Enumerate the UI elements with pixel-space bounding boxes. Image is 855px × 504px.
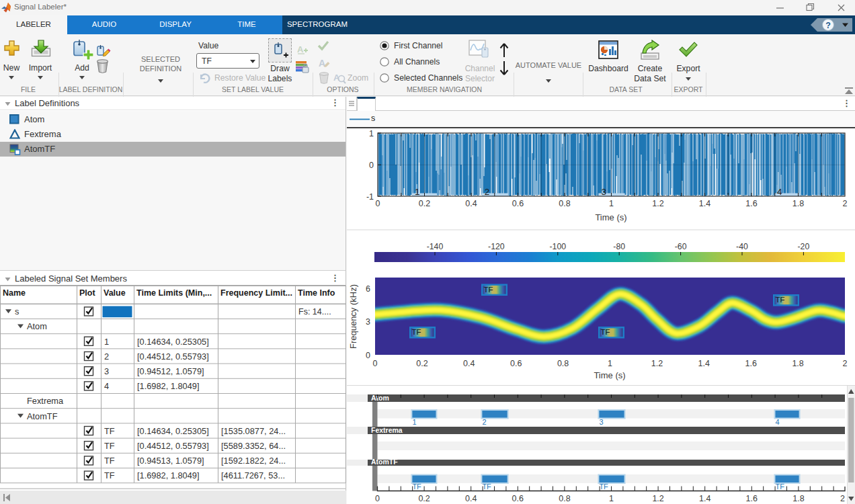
svg-text:-40: -40 [736,242,748,251]
svg-text:1.8: 1.8 [792,494,804,503]
svg-text:1.4: 1.4 [699,199,710,208]
svg-text:2: 2 [843,199,848,208]
svg-text:1.4: 1.4 [698,359,710,368]
svg-text:3: 3 [601,187,606,197]
svg-text:Atom: Atom [371,394,389,402]
svg-text:[5589.3352, 64...: [5589.3352, 64... [221,441,286,451]
svg-text:1: 1 [609,199,614,208]
svg-text:?: ? [825,21,831,30]
svg-text:1.6: 1.6 [745,199,757,208]
svg-text:-100: -100 [549,242,566,251]
svg-text:3: 3 [366,317,370,327]
svg-text:0.8: 0.8 [559,494,570,503]
svg-text:AtomTF: AtomTF [371,458,398,466]
svg-text:[0.14634, 0.25305]: [0.14634, 0.25305] [137,426,209,436]
svg-text:4: 4 [776,418,780,426]
svg-text:TF: TF [104,426,115,436]
svg-text:[0.44512, 0.55793]: [0.44512, 0.55793] [137,351,209,362]
svg-text:0.4: 0.4 [465,199,477,208]
svg-text:Plot: Plot [79,288,95,298]
svg-text:1: 1 [369,129,374,138]
svg-text:2: 2 [482,418,486,426]
svg-text:Name: Name [3,288,26,298]
svg-text:Fextrema: Fextrema [371,426,403,434]
svg-text:2: 2 [840,494,845,503]
svg-text:0.4: 0.4 [465,494,477,503]
svg-text:0.2: 0.2 [416,359,428,368]
svg-text:-80: -80 [613,242,625,251]
svg-text:[1592.1822, 24...: [1592.1822, 24... [221,456,286,466]
svg-text:1.2: 1.2 [652,494,663,503]
svg-text:1: 1 [412,418,416,426]
svg-text:Fs: 14....: Fs: 14.... [298,307,331,317]
svg-text:Frequency Limit...: Frequency Limit... [220,288,292,298]
svg-text:1.6: 1.6 [745,359,757,368]
svg-text:Time (s): Time (s) [595,212,626,222]
svg-text:1.8: 1.8 [792,359,803,368]
svg-text:Fextrema: Fextrema [27,396,64,406]
svg-text:3: 3 [599,418,603,426]
svg-text:2: 2 [843,359,848,368]
svg-text:Time Info: Time Info [298,288,335,298]
svg-text:1: 1 [104,337,109,347]
svg-text:[4611.7267, 53...: [4611.7267, 53... [221,470,285,480]
svg-text:-120: -120 [488,242,505,251]
svg-text:1: 1 [415,187,420,197]
svg-text:4: 4 [777,187,782,197]
svg-text:0.2: 0.2 [419,199,430,208]
svg-text:0.6: 0.6 [512,199,524,208]
svg-text:1.4: 1.4 [699,494,710,503]
svg-text:Time (s): Time (s) [594,370,625,380]
svg-text:1.6: 1.6 [746,494,758,503]
svg-text:-1: -1 [366,192,374,202]
svg-text:Atom: Atom [27,321,47,331]
svg-text:1.2: 1.2 [652,199,663,208]
svg-text:0: 0 [376,199,380,208]
svg-text:6: 6 [366,284,370,294]
svg-text:A: A [297,44,304,54]
svg-text:AtomTF: AtomTF [27,411,58,421]
svg-text:0.4: 0.4 [463,359,475,368]
svg-text:0.8: 0.8 [557,359,569,368]
svg-text:2: 2 [485,187,490,197]
svg-text:[1535.0877, 24...: [1535.0877, 24... [221,426,286,436]
svg-text:-20: -20 [798,242,810,251]
svg-text:0: 0 [375,494,380,503]
svg-text:0.6: 0.6 [512,494,524,503]
svg-text:-140: -140 [427,242,444,251]
svg-text:0.8: 0.8 [559,199,570,208]
svg-text:TF: TF [104,441,115,451]
svg-text:1.8: 1.8 [792,199,804,208]
svg-text:s: s [15,306,19,317]
svg-text:0.2: 0.2 [418,494,430,503]
svg-text:TF: TF [599,482,608,491]
svg-text:TF: TF [412,482,421,491]
svg-text:0: 0 [366,351,370,360]
svg-text:1.2: 1.2 [651,359,663,368]
svg-text:TF: TF [104,470,115,480]
svg-text:1: 1 [608,359,612,368]
svg-text:1: 1 [609,494,614,503]
svg-text:TF: TF [104,456,115,466]
svg-text:TF: TF [412,328,421,336]
svg-text:0: 0 [369,161,374,170]
svg-text:TF: TF [484,286,493,294]
svg-text:4: 4 [104,381,109,391]
svg-text:3: 3 [104,366,109,376]
svg-text:0.6: 0.6 [510,359,522,368]
svg-text:TF: TF [776,482,785,491]
svg-text:[1.6982, 1.8049]: [1.6982, 1.8049] [137,470,200,480]
svg-text:[0.14634, 0.25305]: [0.14634, 0.25305] [137,337,209,347]
svg-text:2: 2 [104,351,109,362]
svg-text:[0.94512, 1.0579]: [0.94512, 1.0579] [137,366,204,376]
svg-text:0: 0 [373,359,378,368]
svg-text:TF: TF [601,328,610,336]
svg-text:Time Limits (Min,...: Time Limits (Min,... [136,288,212,298]
svg-text:Value: Value [104,288,126,298]
svg-text:[0.44512, 0.55793]: [0.44512, 0.55793] [137,441,209,451]
svg-text:-60: -60 [675,242,687,251]
svg-text:Frequency (kHz): Frequency (kHz) [348,284,358,349]
svg-text:[1.6982, 1.8049]: [1.6982, 1.8049] [137,381,200,391]
svg-text:TF: TF [776,296,785,304]
svg-text:TF: TF [482,482,491,491]
